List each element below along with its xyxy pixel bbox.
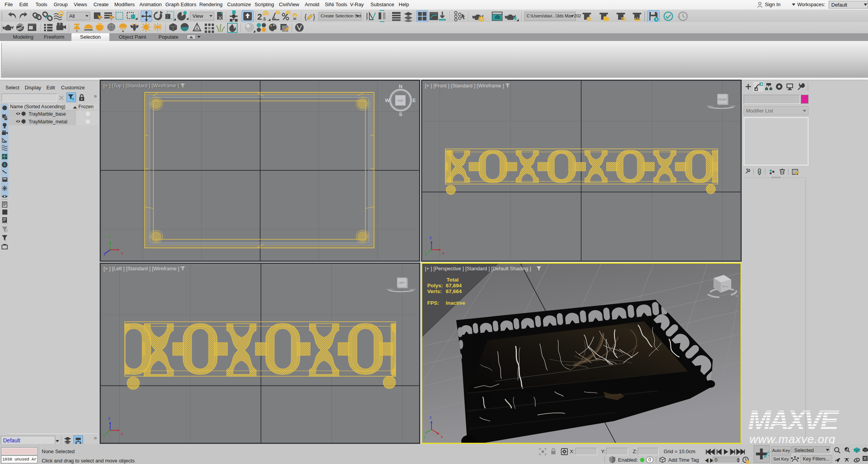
- svg-text:67,664: 67,664: [446, 288, 462, 294]
- svg-text:z: z: [430, 235, 432, 240]
- svg-text:FPS:: FPS:: [427, 300, 439, 306]
- svg-text:x: x: [121, 251, 123, 255]
- svg-text:Verts:: Verts:: [427, 288, 442, 294]
- svg-text:y: y: [103, 433, 105, 437]
- svg-text:x: x: [442, 251, 445, 255]
- svg-text:S: S: [399, 111, 403, 117]
- svg-text:View: View: [192, 13, 204, 19]
- svg-text:z: z: [104, 251, 106, 256]
- svg-text:{: {: [304, 13, 307, 20]
- svg-text:Polys:: Polys:: [427, 283, 443, 288]
- svg-text:}: }: [313, 13, 315, 20]
- svg-text:FRONT: FRONT: [718, 98, 727, 101]
- svg-text:z: z: [108, 416, 110, 420]
- svg-text:All: All: [69, 13, 75, 19]
- svg-text:LEFT: LEFT: [399, 281, 405, 284]
- svg-text:W: W: [385, 97, 390, 103]
- svg-text:[+ ] [Left ] [Standard ] [Wire: [+ ] [Left ] [Standard ] [Wireframe ]: [104, 266, 179, 271]
- svg-text:[+ ] [Front ] [Standard ] [Wir: [+ ] [Front ] [Standard ] [Wireframe ]: [425, 83, 504, 89]
- svg-text:y: y: [425, 251, 427, 256]
- svg-text:z: z: [430, 415, 432, 420]
- svg-text:BACK: BACK: [722, 285, 729, 288]
- svg-text:67,694: 67,694: [446, 283, 462, 288]
- svg-text:Create Selection Set: Create Selection Set: [321, 14, 362, 18]
- svg-text:x: x: [441, 434, 443, 439]
- svg-text:2: 2: [257, 12, 262, 22]
- svg-text:TOP: TOP: [397, 99, 403, 102]
- svg-text:MAXVE: MAXVE: [748, 407, 839, 436]
- svg-text:[+ ] [Perspective ] [Standard: [+ ] [Perspective ] [Standard ] [Default…: [425, 266, 531, 271]
- svg-text:Y: Y: [108, 235, 111, 240]
- svg-text:.5: .5: [262, 17, 266, 21]
- svg-text:y: y: [423, 434, 426, 439]
- svg-text:N: N: [399, 84, 402, 89]
- svg-text:E: E: [413, 97, 416, 103]
- svg-text:[+ ] [Top ] [Standard ] [Wiref: [+ ] [Top ] [Standard ] [Wireframe ]: [104, 83, 179, 89]
- svg-text:Total: Total: [447, 277, 459, 283]
- svg-text:x: x: [121, 431, 123, 436]
- svg-text:N: N: [736, 294, 738, 298]
- svg-text:Inactive: Inactive: [446, 300, 465, 306]
